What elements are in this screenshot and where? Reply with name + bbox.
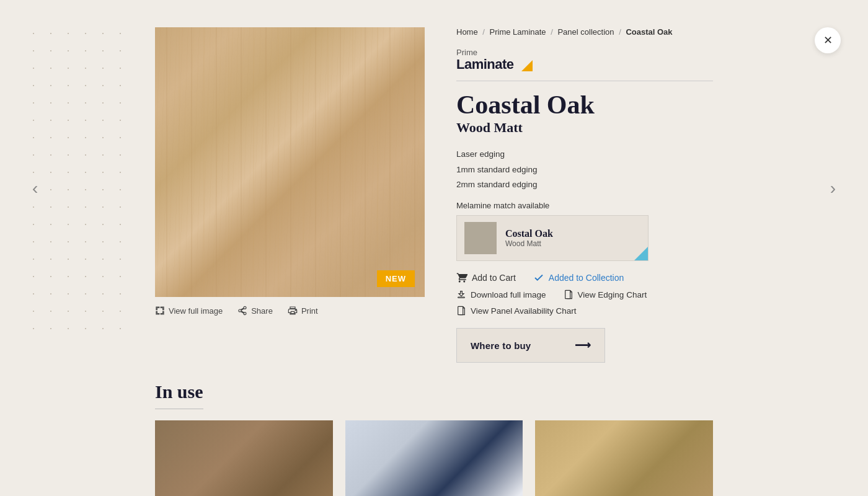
- expand-icon: [155, 306, 165, 316]
- in-use-grid: [155, 420, 713, 496]
- panel-icon: [456, 306, 466, 316]
- links-row: Download full image View Edging Chart: [456, 290, 713, 299]
- next-arrow-button[interactable]: ›: [825, 174, 841, 203]
- melamine-swatch: [464, 222, 497, 254]
- added-to-collection-button[interactable]: Added to Collection: [533, 272, 624, 283]
- download-full-image-button[interactable]: Download full image: [456, 290, 546, 299]
- melamine-match-label: Melamine match available: [456, 201, 713, 210]
- print-label: Print: [301, 306, 318, 316]
- melamine-card[interactable]: Costal Oak Wood Matt: [456, 215, 649, 261]
- added-to-collection-label: Added to Collection: [549, 273, 624, 283]
- breadcrumb-sep-1: /: [482, 27, 487, 37]
- melamine-corner-triangle: [634, 247, 648, 260]
- actions-row: Add to Cart Added to Collection: [456, 272, 713, 283]
- image-section: NEW View full image Share: [155, 27, 434, 363]
- info-section: Home / Prime Laminate / Panel collection…: [434, 27, 713, 363]
- features-list: Laser edging 1mm standard edging 2mm sta…: [456, 147, 713, 192]
- in-use-card-1[interactable]: [155, 420, 333, 496]
- svg-rect-1: [458, 307, 463, 315]
- breadcrumb-sep-3: /: [619, 27, 623, 37]
- view-edging-chart-label: View Edging Chart: [578, 290, 647, 299]
- main-container: NEW View full image Share: [0, 0, 868, 496]
- where-to-buy-label: Where to buy: [471, 340, 531, 351]
- chevron-left-icon: ‹: [32, 179, 38, 198]
- brand-row: Laminate: [456, 57, 713, 72]
- arrow-right-icon: ⟶: [575, 339, 591, 352]
- breadcrumb-prime-laminate[interactable]: Prime Laminate: [490, 27, 546, 37]
- share-label: Share: [251, 306, 273, 316]
- brand-triangle-icon: [521, 60, 533, 71]
- brand-sub: Prime: [456, 48, 713, 57]
- product-panel: NEW View full image Share: [155, 27, 713, 363]
- feature-item-1: Laser edging: [456, 147, 713, 162]
- svg-rect-0: [565, 291, 570, 299]
- product-image-wrapper: NEW: [155, 27, 425, 297]
- prev-arrow-button[interactable]: ‹: [27, 174, 43, 203]
- share-button[interactable]: Share: [237, 306, 273, 316]
- page-wrapper: ✕ ‹ › NEW View full image: [0, 0, 868, 496]
- breadcrumb-sep-2: /: [551, 27, 555, 37]
- close-button[interactable]: ✕: [815, 27, 841, 53]
- melamine-name: Costal Oak: [505, 228, 553, 239]
- close-icon: ✕: [823, 33, 833, 47]
- brand-divider: [456, 81, 713, 81]
- in-use-section: In use: [155, 381, 713, 496]
- where-to-buy-button[interactable]: Where to buy ⟶: [456, 328, 605, 363]
- melamine-type: Wood Matt: [505, 239, 553, 248]
- in-use-card-2[interactable]: [345, 420, 523, 496]
- cart-icon: [456, 272, 467, 283]
- add-to-cart-label: Add to Cart: [472, 273, 516, 283]
- share-icon: [237, 306, 247, 316]
- feature-item-2: 1mm standard edging: [456, 162, 713, 177]
- chevron-right-icon: ›: [830, 179, 836, 198]
- document-icon: [564, 290, 574, 299]
- check-icon: [533, 272, 544, 283]
- breadcrumb-home[interactable]: Home: [456, 27, 478, 37]
- view-edging-chart-button[interactable]: View Edging Chart: [564, 290, 647, 299]
- melamine-info: Costal Oak Wood Matt: [497, 228, 553, 248]
- feature-item-3: 2mm standard edging: [456, 177, 713, 192]
- availability-row: View Panel Availability Chart: [456, 306, 713, 316]
- download-full-image-label: Download full image: [471, 290, 546, 299]
- product-title: Coastal Oak: [456, 91, 713, 118]
- image-actions: View full image Share Print: [155, 306, 318, 316]
- in-use-card-3[interactable]: [535, 420, 713, 496]
- breadcrumb: Home / Prime Laminate / Panel collection…: [456, 27, 713, 37]
- product-image: [155, 27, 425, 297]
- in-use-title: In use: [155, 381, 203, 409]
- print-icon: [288, 306, 298, 316]
- new-badge: NEW: [377, 270, 415, 287]
- print-button[interactable]: Print: [288, 306, 318, 316]
- breadcrumb-panel-collection[interactable]: Panel collection: [557, 27, 614, 37]
- view-panel-availability-label: View Panel Availability Chart: [471, 306, 577, 316]
- download-icon: [456, 290, 466, 299]
- view-full-image-button[interactable]: View full image: [155, 306, 223, 316]
- brand-main-label: Laminate: [456, 57, 514, 72]
- view-full-image-label: View full image: [169, 306, 223, 316]
- view-panel-availability-button[interactable]: View Panel Availability Chart: [456, 306, 577, 316]
- add-to-cart-button[interactable]: Add to Cart: [456, 272, 516, 283]
- product-subtitle: Wood Matt: [456, 120, 713, 136]
- breadcrumb-coastal-oak: Coastal Oak: [626, 27, 672, 37]
